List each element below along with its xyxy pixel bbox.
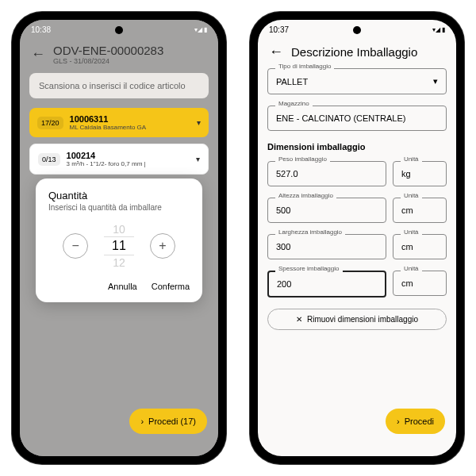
height-input[interactable]: 500 [267, 198, 386, 223]
decrement-button[interactable]: − [63, 233, 88, 259]
depth-value: 200 [277, 279, 291, 289]
weight-input[interactable]: 527.0 [267, 161, 386, 186]
status-icons: ▾◢ ▮ [194, 26, 207, 33]
qty-prev: 10 [104, 223, 134, 236]
unit-label: Unità [401, 192, 422, 199]
back-icon[interactable]: ← [31, 46, 45, 63]
warehouse-field[interactable]: ENE - CALCINATO (CENTRALE) [267, 106, 447, 131]
item-code: 10006311 [70, 114, 190, 124]
item-badge: 17/20 [37, 117, 63, 129]
qty-value: 11 [104, 236, 134, 255]
type-label: Tipo di imballaggio [275, 63, 334, 70]
item-code: 100214 [67, 151, 190, 160]
type-value: PALLET [276, 77, 308, 86]
remove-label: Rimuovi dimensioni imballaggio [307, 315, 418, 324]
dropdown-icon: ▾ [433, 76, 438, 86]
dimensions-title: Dimensioni imballaggio [267, 142, 447, 152]
weight-label: Peso imballaggio [275, 155, 330, 163]
page-subtitle: GLS - 31/08/2024 [53, 57, 163, 65]
page-title: ODV-ENE-00000283 [53, 44, 163, 57]
quantity-picker[interactable]: 10 11 12 [104, 223, 134, 269]
item-card[interactable]: 0/13 100214 3 m³/h - 1"1/2- foro 0,7 mm … [29, 144, 209, 175]
status-icons: ▾◢ ▮ [432, 26, 445, 33]
item-card-selected[interactable]: 17/20 10006311 ML Caldaia Basamento GA ▾ [29, 108, 209, 137]
width-input[interactable]: 300 [267, 234, 386, 259]
item-desc: ML Caldaia Basamento GA [70, 124, 190, 131]
confirm-button[interactable]: Conferma [152, 282, 190, 291]
unit-value: cm [401, 278, 413, 288]
weight-unit[interactable]: kg [393, 161, 447, 186]
dialog-subtitle: Inserisci la quantità da imballare [48, 203, 190, 212]
camera-notch [353, 26, 361, 34]
phone-left: 10:38 ▾◢ ▮ ← ODV-ENE-00000283 GLS - 31/0… [12, 12, 226, 464]
app-header: ← Descrizione Imballaggio [258, 39, 456, 62]
back-icon[interactable]: ← [269, 44, 283, 60]
unit-label: Unità [401, 155, 422, 163]
unit-value: cm [401, 205, 413, 215]
chevron-down-icon[interactable]: ▾ [196, 155, 200, 163]
height-label: Altezza imballaggio [275, 192, 336, 199]
cancel-button[interactable]: Annulla [108, 282, 137, 291]
scan-input[interactable]: Scansiona o inserisci il codice articolo [29, 73, 209, 98]
fab-label: Procedi (17) [148, 416, 196, 426]
screen-left: 10:38 ▾◢ ▮ ← ODV-ENE-00000283 GLS - 31/0… [20, 20, 218, 456]
height-unit[interactable]: cm [393, 198, 447, 223]
chevron-right-icon: › [397, 416, 400, 426]
app-header: ← ODV-ENE-00000283 GLS - 31/08/2024 [20, 39, 218, 67]
unit-label: Unità [401, 228, 422, 236]
proceed-button[interactable]: › Procedi (17) [129, 409, 207, 434]
quantity-dialog: Quantità Inserisci la quantità da imball… [36, 178, 202, 302]
chevron-down-icon[interactable]: ▾ [197, 118, 201, 127]
fab-label: Procedi [405, 416, 434, 426]
unit-label: Unità [401, 265, 422, 272]
depth-unit[interactable]: cm [393, 271, 447, 296]
camera-notch [115, 26, 123, 34]
width-value: 300 [276, 242, 290, 251]
packaging-type-select[interactable]: PALLET ▾ [267, 68, 447, 94]
phone-right: 10:37 ▾◢ ▮ ← Descrizione Imballaggio Tip… [250, 12, 464, 464]
chevron-right-icon: › [140, 416, 144, 426]
close-icon: ✕ [296, 315, 302, 324]
status-time: 10:38 [31, 25, 51, 34]
remove-dimensions-button[interactable]: ✕ Rimuovi dimensioni imballaggio [267, 309, 447, 330]
page-title: Descrizione Imballaggio [291, 45, 417, 59]
proceed-button[interactable]: › Procedi [386, 409, 445, 434]
depth-label: Spessore imballaggio [275, 265, 343, 272]
screen-right: 10:37 ▾◢ ▮ ← Descrizione Imballaggio Tip… [258, 20, 456, 456]
warehouse-value: ENE - CALCINATO (CENTRALE) [276, 113, 405, 123]
depth-input[interactable]: 200 [267, 271, 386, 298]
status-time: 10:37 [269, 25, 289, 34]
unit-value: cm [401, 242, 413, 251]
width-label: Larghezza imballaggio [275, 228, 345, 236]
unit-value: kg [401, 169, 411, 178]
width-unit[interactable]: cm [393, 234, 447, 259]
item-desc: 3 m³/h - 1"1/2- foro 0,7 mm | [67, 160, 190, 167]
item-badge: 0/13 [38, 153, 60, 166]
modal-overlay: 10:38 ▾◢ ▮ ← ODV-ENE-00000283 GLS - 31/0… [20, 20, 218, 456]
weight-value: 527.0 [276, 169, 298, 178]
qty-next: 12 [104, 256, 134, 269]
dialog-title: Quantità [48, 190, 190, 202]
height-value: 500 [276, 205, 290, 215]
warehouse-label: Magazzino [275, 100, 313, 107]
increment-button[interactable]: + [150, 233, 175, 259]
